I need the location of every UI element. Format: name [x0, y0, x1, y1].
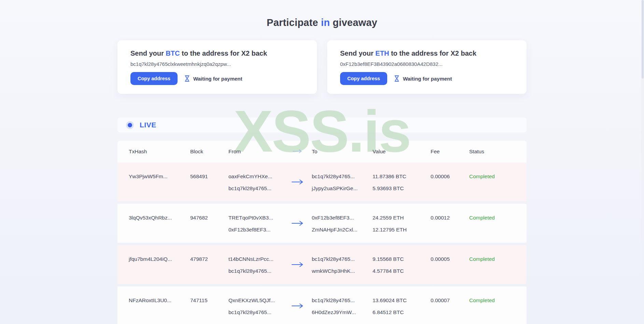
- txhash-cell: NFzARoxtIL3U0...: [129, 286, 190, 324]
- block-cell: 947682: [190, 204, 228, 243]
- value-1: 24.2559 ETH: [373, 215, 431, 221]
- status-badge: Completed: [469, 286, 515, 324]
- to-address-2: jJypy2uaSPKirGe...: [312, 185, 373, 192]
- from-address-2: 0xF12b3ef8EF3...: [228, 227, 283, 233]
- to-address-1: bc1q7kl28y4765...: [312, 173, 373, 180]
- header-from: From: [228, 149, 283, 155]
- header-txhash: TxHash: [129, 149, 190, 155]
- to-cell: bc1q7kl28y4765... jJypy2uaSPKirGe...: [312, 163, 373, 201]
- fee-cell: 0.00006: [431, 163, 469, 201]
- page-title: Participate in giveaway: [0, 0, 644, 28]
- eth-address: 0xF12b3ef8EF3B43902a0680830A42D832...: [340, 61, 514, 67]
- eth-waiting-status: Waiting for payment: [394, 75, 452, 82]
- waiting-label: Waiting for payment: [193, 76, 242, 82]
- table-row: jfqu7bm4L204iQ... 479872 t14bCNNsLzrPcc.…: [117, 245, 527, 284]
- live-label: LIVE: [140, 121, 156, 129]
- from-cell: TRETqoPt0vXB3... 0xF12b3ef8EF3...: [228, 204, 283, 243]
- arrow-icon: [283, 163, 312, 201]
- to-address-2: ZmNAHpFJn2Cxl...: [312, 227, 373, 233]
- arrow-icon: [283, 204, 312, 243]
- to-cell: bc1q7kl28y4765... wmkWChp3HhK...: [312, 245, 373, 284]
- live-dot-icon: [128, 123, 132, 127]
- value-cell: 24.2559 ETH 12.12795 ETH: [373, 204, 431, 243]
- to-address-2: 6H0dZezJ9YmW...: [312, 309, 373, 315]
- table-row: 3lqQv53xQhRbz... 947682 TRETqoPt0vXB3...…: [117, 204, 527, 243]
- fee-cell: 0.00012: [431, 204, 469, 243]
- header-to: To: [312, 149, 373, 155]
- header-fee: Fee: [431, 149, 469, 155]
- copy-address-button[interactable]: Copy address: [130, 72, 178, 85]
- copy-address-button[interactable]: Copy address: [340, 72, 387, 85]
- value-2: 6.84512 BTC: [373, 309, 431, 315]
- from-address-1: QxnEKXzWL5QJf...: [228, 297, 283, 304]
- from-address-2: bc1q7kl28y4765...: [228, 268, 283, 274]
- to-cell: bc1q7kl28y4765... 6H0dZezJ9YmW...: [312, 286, 373, 324]
- eth-card-heading: Send your ETH to the address for X2 back: [340, 50, 514, 57]
- hourglass-icon: [394, 75, 400, 82]
- table-row: Yw3PjwW5Fm... 568491 oaxFekCmYHXe... bc1…: [117, 163, 527, 201]
- scrollbar-track[interactable]: [641, 0, 644, 324]
- table-header: TxHash Block From To Value Fee Status: [117, 141, 527, 163]
- hourglass-icon: [184, 75, 190, 82]
- title-part: giveaway: [333, 17, 377, 28]
- txhash-cell: 3lqQv53xQhRbz...: [129, 204, 190, 243]
- from-address-2: bc1q7kl28y4765...: [228, 185, 283, 192]
- status-badge: Completed: [469, 245, 515, 284]
- value-cell: 13.69024 BTC 6.84512 BTC: [373, 286, 431, 324]
- fee-cell: 0.00007: [431, 286, 469, 324]
- waiting-label: Waiting for payment: [403, 76, 452, 82]
- value-cell: 11.87386 BTC 5.93693 BTC: [373, 163, 431, 201]
- title-part: Participate: [267, 17, 318, 28]
- value-2: 4.57784 BTC: [373, 268, 431, 274]
- btc-card: Send your BTC to the address for X2 back…: [117, 40, 317, 94]
- txhash-cell: Yw3PjwW5Fm...: [129, 163, 190, 201]
- status-badge: Completed: [469, 163, 515, 201]
- from-address-1: TRETqoPt0vXB3...: [228, 215, 283, 221]
- table-row: NFzARoxtIL3U0... 747115 QxnEKXzWL5QJf...…: [117, 286, 527, 324]
- btc-waiting-status: Waiting for payment: [184, 75, 242, 82]
- to-address-1: bc1q7kl28y4765...: [312, 256, 373, 262]
- from-cell: QxnEKXzWL5QJf... bc1q7kl28y4765...: [228, 286, 283, 324]
- live-bar: LIVE: [117, 117, 527, 132]
- heading-text: to the address for X2 back: [182, 50, 267, 57]
- from-address-1: t14bCNNsLzrPcc...: [228, 256, 283, 262]
- value-cell: 9.15568 BTC 4.57784 BTC: [373, 245, 431, 284]
- value-2: 12.12795 ETH: [373, 227, 431, 233]
- eth-card-actions: Copy address Waiting for payment: [340, 72, 514, 85]
- heading-text: Send your: [130, 50, 164, 57]
- header-value: Value: [373, 149, 431, 155]
- to-cell: 0xF12b3ef8EF3... ZmNAHpFJn2Cxl...: [312, 204, 373, 243]
- transactions-table: TxHash Block From To Value Fee Status Yw…: [117, 141, 527, 324]
- from-address-2: bc1q7kl28y4765...: [228, 309, 283, 315]
- block-cell: 747115: [190, 286, 228, 324]
- fee-cell: 0.00005: [431, 245, 469, 284]
- header-status: Status: [469, 149, 515, 155]
- btc-card-heading: Send your BTC to the address for X2 back: [130, 50, 304, 57]
- value-2: 5.93693 BTC: [373, 185, 431, 192]
- block-cell: 479872: [190, 245, 228, 284]
- eth-card: Send your ETH to the address for X2 back…: [327, 40, 527, 94]
- to-address-1: 0xF12b3ef8EF3...: [312, 215, 373, 221]
- header-arrow-icon: [293, 149, 302, 155]
- from-address-1: oaxFekCmYHXe...: [228, 173, 283, 180]
- value-1: 9.15568 BTC: [373, 256, 431, 262]
- scrollbar-thumb[interactable]: [642, 0, 644, 79]
- heading-text: to the address for X2 back: [391, 50, 476, 57]
- giveaway-cards: Send your BTC to the address for X2 back…: [117, 40, 527, 94]
- to-address-2: wmkWChp3HhK...: [312, 268, 373, 274]
- main-container: Send your BTC to the address for X2 back…: [117, 40, 527, 324]
- title-part-accent: in: [321, 17, 330, 28]
- coin-label: ETH: [375, 50, 389, 57]
- arrow-icon: [283, 245, 312, 284]
- to-address-1: bc1q7kl28y4765...: [312, 297, 373, 304]
- arrow-icon: [283, 286, 312, 324]
- btc-address: bc1q7kl28y4765clxkweetmhnkjzq0a2qzpw...: [130, 61, 304, 67]
- value-1: 13.69024 BTC: [373, 297, 431, 304]
- status-badge: Completed: [469, 204, 515, 243]
- from-cell: t14bCNNsLzrPcc... bc1q7kl28y4765...: [228, 245, 283, 284]
- block-cell: 568491: [190, 163, 228, 201]
- heading-text: Send your: [340, 50, 374, 57]
- txhash-cell: jfqu7bm4L204iQ...: [129, 245, 190, 284]
- from-cell: oaxFekCmYHXe... bc1q7kl28y4765...: [228, 163, 283, 201]
- btc-card-actions: Copy address Waiting for payment: [130, 72, 304, 85]
